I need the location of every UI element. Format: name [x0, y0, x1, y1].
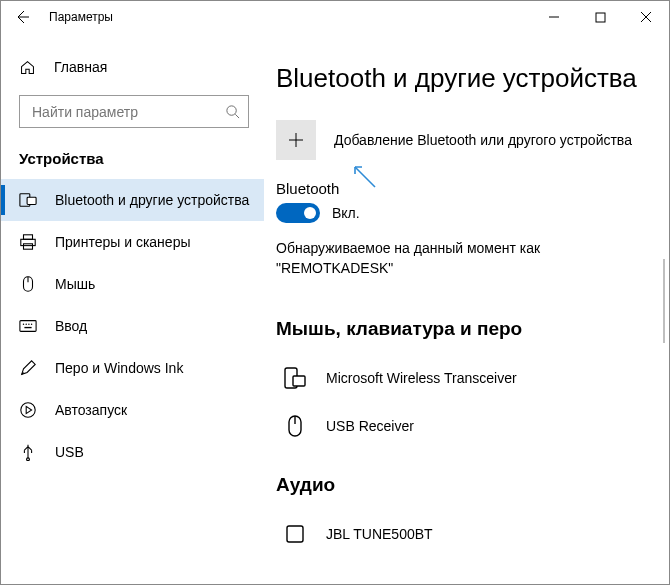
- sidebar-item-pen[interactable]: Перо и Windows Ink: [1, 347, 264, 389]
- section-audio: Аудио: [276, 474, 649, 496]
- add-device-button[interactable]: Добавление Bluetooth или другого устройс…: [276, 120, 649, 160]
- sidebar-item-bluetooth[interactable]: Bluetooth и другие устройства: [1, 179, 264, 221]
- home-icon: [19, 59, 36, 76]
- svg-point-16: [27, 458, 30, 461]
- plus-icon: [276, 120, 316, 160]
- svg-point-1: [227, 106, 236, 115]
- sidebar-item-label: Ввод: [55, 318, 87, 334]
- sidebar-item-typing[interactable]: Ввод: [1, 305, 264, 347]
- svg-point-15: [21, 403, 35, 417]
- back-button[interactable]: [1, 1, 43, 33]
- device-label: Microsoft Wireless Transceiver: [326, 370, 517, 386]
- sidebar: Главная Устройства Bluetooth и другие ус…: [1, 33, 264, 584]
- window-title: Параметры: [43, 10, 113, 24]
- home-label: Главная: [54, 59, 107, 75]
- section-mouse-keyboard: Мышь, клавиатура и перо: [276, 318, 649, 340]
- device-label: JBL TUNE500BT: [326, 526, 433, 542]
- main-panel: Bluetooth и другие устройства Добавление…: [264, 33, 669, 584]
- svg-rect-6: [24, 244, 33, 249]
- autoplay-icon: [19, 401, 37, 419]
- svg-rect-9: [20, 321, 36, 332]
- sidebar-item-mouse[interactable]: Мышь: [1, 263, 264, 305]
- maximize-button[interactable]: [577, 1, 623, 33]
- sidebar-item-printers[interactable]: Принтеры и сканеры: [1, 221, 264, 263]
- svg-rect-21: [287, 526, 303, 542]
- title-bar: Параметры: [1, 1, 669, 33]
- svg-rect-0: [596, 13, 605, 22]
- sidebar-item-label: Принтеры и сканеры: [55, 234, 190, 250]
- search-field[interactable]: [30, 103, 225, 121]
- transceiver-icon: [282, 365, 308, 391]
- sidebar-nav: Bluetooth и другие устройства Принтеры и…: [1, 173, 264, 473]
- svg-rect-3: [27, 197, 36, 204]
- audio-device-icon: [282, 521, 308, 547]
- device-row[interactable]: Microsoft Wireless Transceiver: [276, 354, 649, 402]
- discoverable-text: Обнаруживаемое на данный момент как "REM…: [276, 239, 649, 278]
- minimize-button[interactable]: [531, 1, 577, 33]
- svg-point-13: [31, 323, 32, 324]
- search-input[interactable]: [19, 95, 249, 128]
- printer-icon: [19, 233, 37, 251]
- sidebar-item-label: Перо и Windows Ink: [55, 360, 183, 376]
- device-row[interactable]: USB Receiver: [276, 402, 649, 450]
- mouse-device-icon: [282, 413, 308, 439]
- svg-rect-14: [24, 327, 31, 328]
- sidebar-item-label: Bluetooth и другие устройства: [55, 192, 249, 208]
- sidebar-item-label: Мышь: [55, 276, 95, 292]
- page-title: Bluetooth и другие устройства: [276, 63, 649, 94]
- mouse-icon: [19, 275, 37, 293]
- svg-rect-4: [24, 235, 33, 240]
- sidebar-section-title: Устройства: [1, 132, 264, 173]
- scrollbar[interactable]: [663, 259, 665, 343]
- keyboard-icon: [19, 317, 37, 335]
- svg-rect-5: [21, 239, 35, 245]
- svg-point-12: [28, 323, 29, 324]
- toggle-state-label: Вкл.: [332, 205, 360, 221]
- search-icon: [225, 104, 240, 119]
- device-label: USB Receiver: [326, 418, 414, 434]
- svg-point-10: [23, 323, 24, 324]
- add-device-label: Добавление Bluetooth или другого устройс…: [334, 132, 632, 148]
- pen-icon: [19, 359, 37, 377]
- svg-point-11: [25, 323, 26, 324]
- sidebar-item-label: Автозапуск: [55, 402, 127, 418]
- sidebar-item-usb[interactable]: USB: [1, 431, 264, 473]
- home-button[interactable]: Главная: [1, 47, 264, 87]
- devices-icon: [19, 191, 37, 209]
- device-row[interactable]: JBL TUNE500BT: [276, 510, 649, 558]
- sidebar-item-label: USB: [55, 444, 84, 460]
- sidebar-item-autoplay[interactable]: Автозапуск: [1, 389, 264, 431]
- usb-icon: [19, 443, 37, 461]
- svg-rect-18: [293, 376, 305, 386]
- close-button[interactable]: [623, 1, 669, 33]
- bluetooth-label: Bluetooth: [276, 180, 649, 197]
- bluetooth-toggle[interactable]: [276, 203, 320, 223]
